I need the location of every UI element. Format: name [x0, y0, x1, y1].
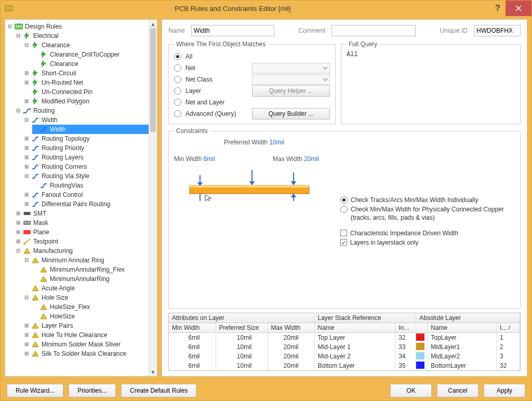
cell-pref[interactable]: 10mil: [216, 361, 268, 370]
tree-toggle[interactable]: [24, 202, 29, 207]
layerstack-checkbox[interactable]: ✓: [340, 239, 347, 246]
tree-unrouted-net[interactable]: Un-Routed Net: [41, 78, 84, 87]
layer-attributes-table[interactable]: Attributes on Layer Layer Stack Referenc…: [168, 313, 521, 371]
tree-hole-group[interactable]: Hole Size: [41, 293, 69, 302]
tree-toggle[interactable]: [24, 164, 29, 169]
match-radio-net[interactable]: [174, 64, 181, 72]
impedance-label[interactable]: Characteristic Impedance Driven Width: [350, 229, 458, 237]
tree-toggle[interactable]: [24, 192, 29, 197]
net-class-select[interactable]: [252, 74, 330, 85]
impedance-checkbox[interactable]: [340, 230, 347, 236]
match-radio-net-class[interactable]: [174, 76, 181, 83]
tree-toggle[interactable]: [7, 24, 12, 29]
match-net-class-label[interactable]: Net Class: [185, 76, 248, 83]
tree-toggle[interactable]: [24, 295, 29, 300]
match-advanced-label[interactable]: Advanced (Query): [185, 110, 248, 117]
create-default-rules-button[interactable]: Create Default Rules: [121, 384, 196, 397]
match-radio-net-and-layer[interactable]: [174, 99, 181, 106]
cell-min[interactable]: 6mil: [169, 342, 216, 352]
cell-max[interactable]: 20mil: [268, 333, 314, 343]
tree-hole-to-hole[interactable]: Hole To Hole Clearance: [41, 330, 109, 340]
rule-wizard-button[interactable]: Rule Wizard...: [7, 384, 63, 397]
cancel-button[interactable]: Cancel: [437, 384, 478, 397]
tree-fanout[interactable]: Fanout Control: [41, 190, 84, 199]
preferred-width-value[interactable]: 10mil: [269, 139, 284, 146]
cell-min[interactable]: 6mil: [169, 352, 216, 361]
tree-toggle[interactable]: [24, 342, 29, 347]
match-layer-label[interactable]: Layer: [185, 87, 248, 95]
tree-toggle[interactable]: [24, 43, 29, 48]
tree-toggle[interactable]: [24, 332, 29, 338]
tree-smt[interactable]: SMT: [32, 209, 47, 218]
cell-min[interactable]: 6mil: [169, 361, 216, 370]
match-net-label[interactable]: Net: [185, 64, 248, 72]
tree-width-group[interactable]: Width: [41, 115, 59, 125]
match-radio-all[interactable]: [174, 53, 181, 60]
tree-toggle[interactable]: [24, 80, 29, 85]
priorities-button[interactable]: Priorities...: [69, 384, 116, 397]
query-helper-button[interactable]: Query Helper ...: [252, 85, 330, 97]
tree-toggle[interactable]: [16, 248, 21, 253]
tree-routing-layers[interactable]: Routing Layers: [41, 153, 85, 162]
mode-individual-label[interactable]: Check Tracks/Arcs Min/Max Width Individu…: [351, 196, 478, 204]
col-abs-name[interactable]: Name: [428, 323, 497, 333]
query-builder-button[interactable]: Query Builder ...: [252, 108, 330, 119]
cell-pref[interactable]: 10mil: [216, 333, 268, 343]
table-row[interactable]: 6mil10mil20milMid-Layer 234MidLayer23: [169, 352, 520, 361]
tree-toggle[interactable]: [16, 230, 21, 235]
tree-clearance-group[interactable]: Clearance: [41, 41, 71, 50]
tree-toggle[interactable]: [24, 351, 29, 356]
tree-layer-pairs[interactable]: Layer Pairs: [41, 321, 74, 330]
tree-unconnected-pin[interactable]: Un-Connected Pin: [41, 87, 94, 97]
mode-connected-radio[interactable]: [340, 206, 348, 213]
tree-diffpair[interactable]: Differential Pairs Routing: [41, 199, 112, 209]
tree-routing-priority[interactable]: Routing Priority: [41, 143, 85, 153]
tree-routing-vias[interactable]: RoutingVias: [49, 181, 85, 190]
tree-toggle[interactable]: [16, 211, 21, 216]
apply-button[interactable]: Apply: [484, 384, 525, 397]
layerstack-label[interactable]: Layers in layerstack only: [350, 238, 418, 247]
col-max[interactable]: Max Width: [268, 323, 314, 333]
tree-acute[interactable]: Acute Angle: [41, 284, 76, 293]
mode-individual-radio[interactable]: [340, 196, 348, 204]
cell-pref[interactable]: 10mil: [216, 352, 268, 361]
col-min[interactable]: Min Width: [169, 323, 216, 333]
scroll-up-icon[interactable]: ▲: [149, 20, 157, 28]
col-stack-name[interactable]: Name: [314, 323, 395, 333]
tree-toggle[interactable]: [24, 71, 29, 76]
tree-short-circuit[interactable]: Short-Circuit: [41, 69, 77, 78]
cell-min[interactable]: 6mil: [169, 333, 216, 343]
tree-routing[interactable]: Routing: [32, 106, 56, 115]
tree-electrical[interactable]: Electrical: [32, 31, 60, 41]
scroll-down-icon[interactable]: ▼: [149, 368, 157, 376]
table-row[interactable]: 6mil10mil20milBottom Layer35BottomLayer3…: [169, 361, 520, 370]
tree-mask[interactable]: Mask: [32, 218, 49, 228]
tree-toggle[interactable]: [24, 258, 29, 263]
close-button[interactable]: [506, 1, 531, 16]
cell-max[interactable]: 20mil: [268, 361, 314, 370]
tree-annular-flex[interactable]: MinimumAnnularRing_Flex: [49, 265, 126, 274]
match-radio-layer[interactable]: [174, 87, 181, 95]
tree-testpoint[interactable]: Testpoint: [32, 237, 59, 246]
tree-toggle[interactable]: [16, 108, 21, 113]
name-input[interactable]: [191, 25, 274, 36]
col-abs-index[interactable]: I... /: [497, 323, 520, 333]
tree-hole[interactable]: HoleSize: [49, 312, 76, 321]
max-width-value[interactable]: 20mil: [304, 155, 319, 163]
tree-hole-flex[interactable]: HoleSize_Flex: [49, 302, 91, 312]
col-stack-index[interactable]: In...: [395, 323, 416, 333]
tree-routing-topology[interactable]: Routing Topology: [41, 134, 91, 143]
tree-manufacturing[interactable]: Manufacturing: [32, 246, 74, 256]
col-pref[interactable]: Preferred Size: [216, 323, 268, 333]
net-select[interactable]: [252, 63, 330, 73]
comment-input[interactable]: [331, 25, 416, 36]
tree-clearance[interactable]: Clearance: [49, 59, 79, 69]
tree-toggle[interactable]: [24, 136, 29, 141]
help-button[interactable]: ?: [490, 1, 506, 16]
rule-tree[interactable]: Design Rules Electrical: [5, 20, 149, 376]
tree-toggle[interactable]: [16, 33, 21, 38]
scroll-thumb[interactable]: [150, 28, 156, 132]
match-all-label[interactable]: All: [185, 53, 248, 60]
tree-via-style[interactable]: Routing Via Style: [41, 171, 90, 181]
tree-toggle[interactable]: [16, 239, 21, 244]
